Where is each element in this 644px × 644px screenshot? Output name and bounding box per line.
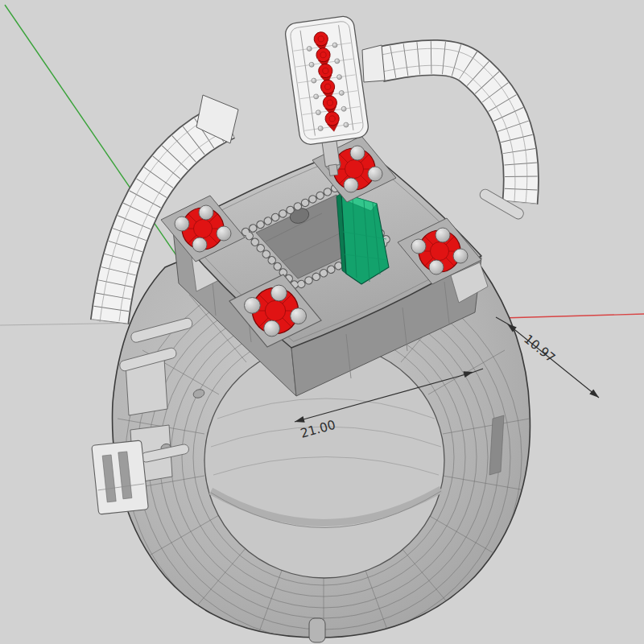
cad-viewport[interactable]: 21.00 10.97 (0, 0, 644, 644)
clasp-housing[interactable] (92, 440, 149, 514)
bottom-peg (309, 618, 325, 642)
